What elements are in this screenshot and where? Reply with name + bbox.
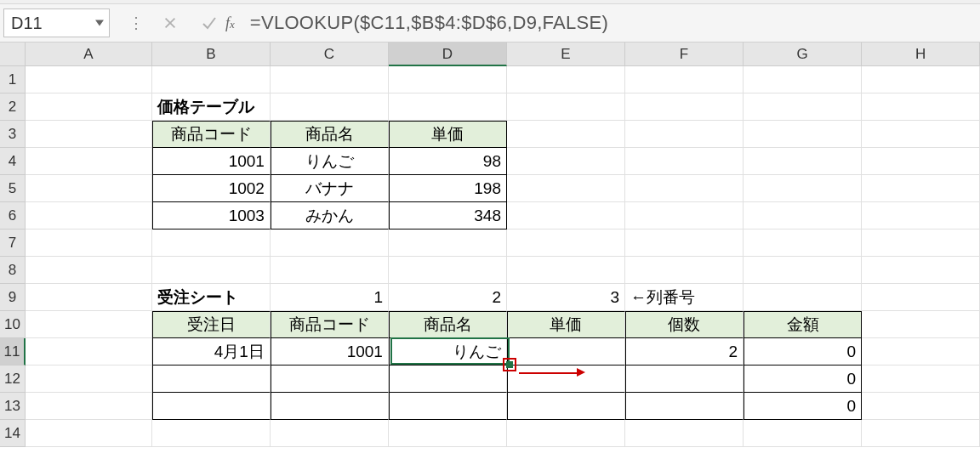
column-header-G[interactable]: G xyxy=(744,42,862,66)
cell-E9[interactable]: 3 xyxy=(507,284,625,311)
row-header-11[interactable]: 11 xyxy=(0,338,26,366)
cell-B11[interactable]: 4月1日 xyxy=(152,338,271,366)
cell-F8[interactable] xyxy=(625,257,744,284)
cell-E8[interactable] xyxy=(507,257,625,284)
cell-F4[interactable] xyxy=(625,148,744,175)
cell-D6[interactable]: 348 xyxy=(389,202,507,230)
cell-H5[interactable] xyxy=(862,175,980,202)
row-header-8[interactable]: 8 xyxy=(0,257,26,284)
cell-H13[interactable] xyxy=(862,393,980,420)
cell-F9[interactable]: ←列番号 xyxy=(625,284,744,311)
cell-G13[interactable]: 0 xyxy=(744,393,862,420)
cell-D8[interactable] xyxy=(389,257,507,284)
row-header-4[interactable]: 4 xyxy=(0,148,26,175)
cell-D5[interactable]: 198 xyxy=(389,175,507,202)
row-header-9[interactable]: 9 xyxy=(0,284,26,311)
cell-G11[interactable]: 0 xyxy=(744,338,862,366)
cell-E3[interactable] xyxy=(507,121,625,148)
cell-H11[interactable] xyxy=(862,338,980,366)
cell-C3[interactable]: 商品名 xyxy=(271,121,389,148)
cell-B4[interactable]: 1001 xyxy=(152,148,271,175)
cell-F13[interactable] xyxy=(625,393,744,420)
row-header-12[interactable]: 12 xyxy=(0,366,26,393)
cell-C14[interactable] xyxy=(271,420,389,447)
row-header-5[interactable]: 5 xyxy=(0,175,26,202)
cell-F7[interactable] xyxy=(625,230,744,257)
row-header-14[interactable]: 14 xyxy=(0,420,26,447)
cell-F12[interactable] xyxy=(625,366,744,393)
row-header-2[interactable]: 2 xyxy=(0,94,26,121)
cell-A1[interactable] xyxy=(26,66,152,94)
cell-A3[interactable] xyxy=(26,121,152,148)
cell-F10[interactable]: 個数 xyxy=(625,311,744,338)
cell-E10[interactable]: 単価 xyxy=(507,311,625,338)
column-header-H[interactable]: H xyxy=(862,42,980,66)
cell-F14[interactable] xyxy=(625,420,744,447)
cell-H8[interactable] xyxy=(862,257,980,284)
cell-B12[interactable] xyxy=(152,366,271,393)
cell-B10[interactable]: 受注日 xyxy=(152,311,271,338)
row-header-10[interactable]: 10 xyxy=(0,311,26,338)
cell-C10[interactable]: 商品コード xyxy=(271,311,389,338)
cell-C5[interactable]: バナナ xyxy=(271,175,389,202)
cell-D11[interactable]: りんご xyxy=(389,338,507,366)
cell-E2[interactable] xyxy=(507,94,625,121)
cell-F2[interactable] xyxy=(625,94,744,121)
cell-C13[interactable] xyxy=(271,393,389,420)
cell-E13[interactable] xyxy=(507,393,625,420)
cell-H7[interactable] xyxy=(862,230,980,257)
expand-icon[interactable]: ⋮ xyxy=(128,14,144,32)
cell-H6[interactable] xyxy=(862,202,980,230)
cell-E6[interactable] xyxy=(507,202,625,230)
cell-A10[interactable] xyxy=(26,311,152,338)
cell-G10[interactable]: 金額 xyxy=(744,311,862,338)
cell-B7[interactable] xyxy=(152,230,271,257)
column-header-D[interactable]: D xyxy=(389,42,507,66)
cell-B6[interactable]: 1003 xyxy=(152,202,271,230)
cell-D9[interactable]: 2 xyxy=(389,284,507,311)
cell-D4[interactable]: 98 xyxy=(389,148,507,175)
cell-C2[interactable] xyxy=(271,94,389,121)
cell-F6[interactable] xyxy=(625,202,744,230)
cell-G8[interactable] xyxy=(744,257,862,284)
cell-C11[interactable]: 1001 xyxy=(271,338,389,366)
cell-D3[interactable]: 単価 xyxy=(389,121,507,148)
cell-H2[interactable] xyxy=(862,94,980,121)
name-box[interactable]: D11 xyxy=(3,8,110,37)
cell-C12[interactable] xyxy=(271,366,389,393)
row-header-3[interactable]: 3 xyxy=(0,121,26,148)
row-header-1[interactable]: 1 xyxy=(0,66,26,94)
cell-G12[interactable]: 0 xyxy=(744,366,862,393)
cell-A11[interactable] xyxy=(26,338,152,366)
cell-F1[interactable] xyxy=(625,66,744,94)
cell-H14[interactable] xyxy=(862,420,980,447)
cell-B3[interactable]: 商品コード xyxy=(152,121,271,148)
cell-B8[interactable] xyxy=(152,257,271,284)
chevron-down-icon[interactable] xyxy=(95,20,104,26)
cell-A6[interactable] xyxy=(26,202,152,230)
cell-F11[interactable]: 2 xyxy=(625,338,744,366)
cell-F3[interactable] xyxy=(625,121,744,148)
cell-E11[interactable] xyxy=(507,338,625,366)
cell-D13[interactable] xyxy=(389,393,507,420)
row-header-13[interactable]: 13 xyxy=(0,393,26,420)
column-header-E[interactable]: E xyxy=(507,42,625,66)
cell-A9[interactable] xyxy=(26,284,152,311)
cell-F5[interactable] xyxy=(625,175,744,202)
cell-G3[interactable] xyxy=(744,121,862,148)
cell-C7[interactable] xyxy=(271,230,389,257)
cell-B2[interactable]: 価格テーブル xyxy=(152,94,271,121)
cell-H10[interactable] xyxy=(862,311,980,338)
column-header-F[interactable]: F xyxy=(625,42,744,66)
cell-B1[interactable] xyxy=(152,66,271,94)
cell-D12[interactable] xyxy=(389,366,507,393)
cell-A7[interactable] xyxy=(26,230,152,257)
select-all-corner[interactable] xyxy=(0,42,26,66)
cell-G5[interactable] xyxy=(744,175,862,202)
cell-H1[interactable] xyxy=(862,66,980,94)
cell-D14[interactable] xyxy=(389,420,507,447)
cell-G14[interactable] xyxy=(744,420,862,447)
cell-E5[interactable] xyxy=(507,175,625,202)
cell-E14[interactable] xyxy=(507,420,625,447)
cell-H9[interactable] xyxy=(862,284,980,311)
